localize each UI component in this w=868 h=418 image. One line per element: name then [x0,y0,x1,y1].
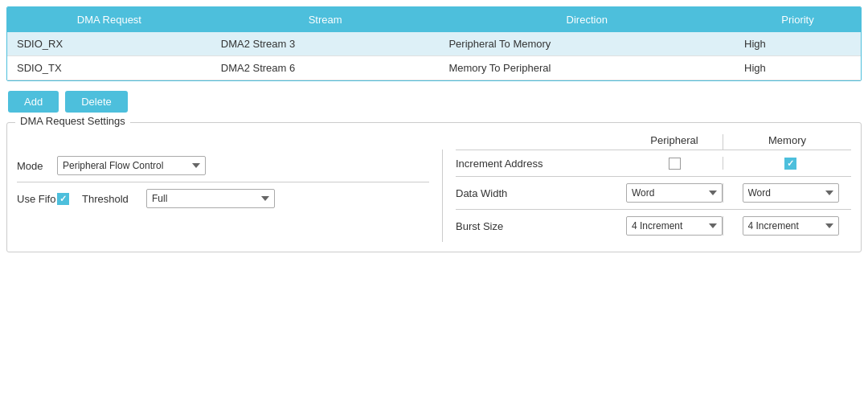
col-header-stream: Stream [211,7,440,32]
use-fifo-checkbox[interactable] [57,193,69,205]
peripheral-burst-select[interactable]: 4 IncrementSingle8 Increment16 Increment [626,216,723,236]
data-width-row: Data Width WordByteHalf Word WordByteHal… [456,176,851,209]
peripheral-burst-cell: 4 IncrementSingle8 Increment16 Increment [626,216,723,236]
burst-size-label: Burst Size [456,220,626,232]
data-width-label: Data Width [456,187,626,199]
memory-increment-checkbox[interactable] [784,158,796,170]
memory-burst-select[interactable]: 4 IncrementSingle8 Increment16 Increment [743,216,839,236]
threshold-select[interactable]: Full1/41/23/4 [146,189,275,208]
mode-row: Mode Peripheral Flow ControlNormalCircul… [17,150,429,182]
table-row[interactable]: SDIO_RXDMA2 Stream 3Peripheral To Memory… [7,32,861,56]
peripheral-data-width-select[interactable]: WordByteHalf Word [626,183,723,203]
table-body: SDIO_RXDMA2 Stream 3Peripheral To Memory… [7,32,861,80]
increment-address-row: Increment Address [456,150,851,176]
col-header-priority: Priority [735,7,861,32]
table-header-row: DMA Request Stream Direction Priority [7,7,861,32]
dma-table-wrapper: DMA Request Stream Direction Priority SD… [6,6,862,81]
settings-right-panel: Increment Address Data Width WordByteHal… [443,150,851,242]
peripheral-data-width-cell: WordByteHalf Word [626,183,723,203]
use-fifo-label: Use Fifo [17,193,57,205]
peripheral-increment-cell [626,157,723,170]
right-headers: Peripheral Memory [443,134,851,150]
col-header-dma-request: DMA Request [7,7,211,32]
table-row[interactable]: SDIO_TXDMA2 Stream 6Memory To Peripheral… [7,56,861,80]
burst-size-row: Burst Size 4 IncrementSingle8 Increment1… [456,209,851,242]
label-spacer [456,134,626,150]
settings-content: Peripheral Memory Mode Peripheral Flow C… [17,134,851,242]
table-cell-stream: DMA2 Stream 6 [211,56,440,80]
fifo-row: Use Fifo Threshold Full1/41/23/4 [17,182,429,215]
table-cell-direction: Memory To Peripheral [439,56,735,80]
dma-request-settings: DMA Request Settings Peripheral Memory M… [6,122,862,252]
table-cell-dma_request: SDIO_TX [7,56,211,80]
memory-data-width-select[interactable]: WordByteHalf Word [743,183,839,203]
memory-data-width-cell: WordByteHalf Word [723,183,851,203]
delete-button[interactable]: Delete [65,91,128,113]
add-button[interactable]: Add [8,91,59,113]
peripheral-increment-checkbox[interactable] [669,158,681,170]
threshold-label: Threshold [82,193,146,205]
table-cell-priority: High [735,56,861,80]
action-buttons-row: Add Delete [6,91,862,113]
table-cell-direction: Peripheral To Memory [439,32,735,56]
increment-address-label: Increment Address [456,158,626,170]
memory-increment-cell [723,157,851,170]
column-headers-row: Peripheral Memory [17,134,851,150]
peripheral-header: Peripheral [626,134,723,150]
table-cell-stream: DMA2 Stream 3 [211,32,440,56]
col-header-direction: Direction [439,7,735,32]
settings-inner: Mode Peripheral Flow ControlNormalCircul… [17,150,851,242]
memory-burst-cell: 4 IncrementSingle8 Increment16 Increment [723,216,851,236]
settings-legend: DMA Request Settings [15,115,130,127]
mode-select[interactable]: Peripheral Flow ControlNormalCircular [57,156,206,175]
table-cell-priority: High [735,32,861,56]
dma-table: DMA Request Stream Direction Priority SD… [7,7,861,80]
mode-label: Mode [17,160,57,172]
table-cell-dma_request: SDIO_RX [7,32,211,56]
settings-left-panel: Mode Peripheral Flow ControlNormalCircul… [17,150,443,242]
memory-header: Memory [723,134,851,150]
